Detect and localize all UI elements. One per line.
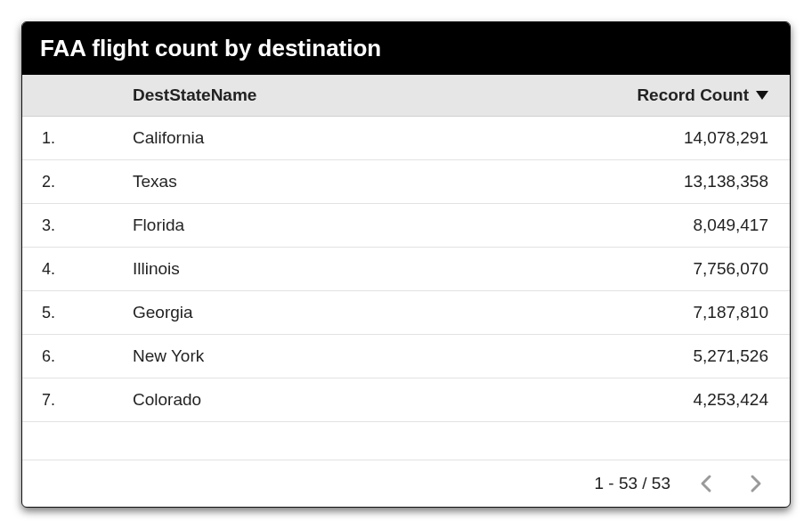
table-row[interactable]: 4.Illinois7,756,070 xyxy=(22,248,790,291)
cell-index: 1. xyxy=(22,129,133,148)
table-row[interactable]: 7.Colorado4,253,424 xyxy=(22,378,790,422)
cell-state: California xyxy=(133,128,572,148)
column-header-count[interactable]: Record Count xyxy=(572,85,768,105)
cell-count: 4,253,424 xyxy=(572,390,768,410)
pager-prev-button[interactable] xyxy=(695,469,719,498)
table-body: 1.California14,078,2912.Texas13,138,3583… xyxy=(22,117,790,460)
pager: 1 - 53 / 53 xyxy=(22,460,790,507)
table-row[interactable]: 2.Texas13,138,358 xyxy=(22,160,790,204)
cell-state: New York xyxy=(133,346,572,366)
table-row[interactable]: 1.California14,078,291 xyxy=(22,117,790,160)
cell-index: 7. xyxy=(22,391,133,410)
cell-count: 5,271,526 xyxy=(572,346,768,366)
table-row[interactable]: 3.Florida8,049,417 xyxy=(22,204,790,248)
table-row[interactable]: 5.Georgia7,187,810 xyxy=(22,291,790,335)
cell-index: 2. xyxy=(22,173,133,191)
cell-state: Texas xyxy=(133,172,572,191)
pager-next-button[interactable] xyxy=(743,469,767,498)
card-title: FAA flight count by destination xyxy=(22,22,790,75)
column-header-count-label: Record Count xyxy=(637,85,749,105)
cell-count: 7,756,070 xyxy=(572,259,768,279)
pager-range: 1 - 53 / 53 xyxy=(594,474,670,493)
cell-state: Illinois xyxy=(133,259,572,279)
cell-count: 8,049,417 xyxy=(572,216,768,235)
table-header-row: DestStateName Record Count xyxy=(22,75,790,117)
cell-count: 14,078,291 xyxy=(572,128,768,148)
table-row[interactable]: 6.New York5,271,526 xyxy=(22,335,790,378)
cell-index: 4. xyxy=(22,260,133,279)
cell-state: Florida xyxy=(133,216,572,235)
cell-count: 13,138,358 xyxy=(572,172,768,191)
cell-state: Colorado xyxy=(133,390,572,410)
chevron-right-icon xyxy=(747,473,763,494)
chevron-left-icon xyxy=(699,473,715,494)
cell-count: 7,187,810 xyxy=(572,303,768,322)
report-card: FAA flight count by destination DestStat… xyxy=(21,21,791,508)
cell-index: 5. xyxy=(22,304,133,322)
cell-index: 3. xyxy=(22,216,133,235)
sort-desc-icon xyxy=(756,91,768,100)
svg-marker-0 xyxy=(756,91,768,100)
cell-state: Georgia xyxy=(133,303,572,322)
column-header-state[interactable]: DestStateName xyxy=(133,85,572,105)
cell-index: 6. xyxy=(22,347,133,366)
